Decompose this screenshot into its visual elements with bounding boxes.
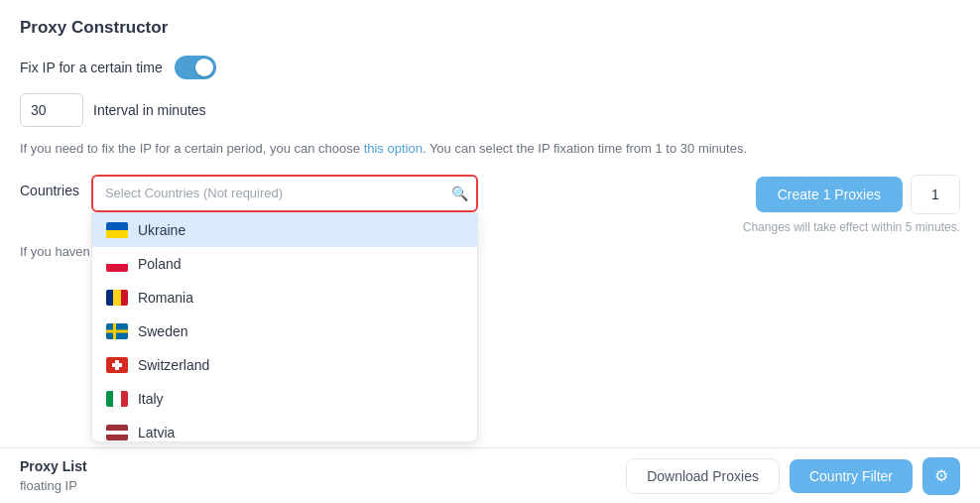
- country-name: Poland: [138, 256, 182, 272]
- page-title: Proxy Constructor: [20, 18, 960, 38]
- flag-ro: [106, 290, 128, 306]
- fix-ip-toggle[interactable]: [175, 56, 216, 79]
- list-item[interactable]: Poland: [92, 247, 477, 281]
- proxy-list-label: Proxy List: [20, 458, 87, 474]
- list-item[interactable]: Sweden: [92, 314, 477, 348]
- flag-it: [106, 391, 128, 407]
- country-dropdown: Ukraine Poland Romania Sweden: [91, 212, 478, 442]
- bottom-right: Download Proxies Country Filter ⚙: [626, 457, 960, 495]
- floating-ip-label: floating IP: [20, 478, 87, 493]
- list-item[interactable]: Ukraine: [92, 213, 477, 247]
- country-name: Switzerland: [138, 357, 209, 373]
- country-name: Romania: [138, 290, 193, 306]
- toggle-row: Fix IP for a certain time: [20, 56, 960, 79]
- list-item[interactable]: Latvia: [92, 416, 477, 441]
- country-search-input[interactable]: [91, 175, 478, 212]
- country-name: Sweden: [138, 323, 188, 339]
- download-proxies-button[interactable]: Download Proxies: [626, 458, 780, 494]
- settings-button[interactable]: ⚙: [922, 457, 960, 495]
- create-proxies-panel: Create 1 Proxies Changes will take effec…: [743, 175, 960, 234]
- this-option-link[interactable]: this option: [364, 141, 423, 156]
- flag-pl: [106, 256, 128, 272]
- interval-label: Interval in minutes: [93, 102, 206, 118]
- flag-lv: [106, 425, 128, 440]
- bottom-bar: Proxy List floating IP Download Proxies …: [0, 447, 980, 503]
- main-container: Proxy Constructor Fix IP for a certain t…: [0, 0, 980, 259]
- create-row: Create 1 Proxies: [756, 175, 960, 214]
- proxy-qty-input[interactable]: [911, 175, 960, 214]
- country-name: Ukraine: [138, 222, 185, 238]
- list-item[interactable]: Italy: [92, 382, 477, 416]
- settings-icon: ⚙: [934, 466, 948, 485]
- create-proxies-button[interactable]: Create 1 Proxies: [756, 177, 903, 212]
- flag-ua: [106, 222, 128, 238]
- country-name: Latvia: [138, 425, 175, 440]
- interval-row: Interval in minutes: [20, 93, 960, 127]
- country-name: Italy: [138, 391, 164, 407]
- country-select-wrapper: 🔍 Ukraine Poland Romania: [91, 175, 478, 212]
- countries-label: Countries: [20, 175, 79, 198]
- countries-row: Countries 🔍 Ukraine Poland Roman: [20, 175, 960, 234]
- info-text: If you need to fix the IP for a certain …: [20, 139, 960, 159]
- effect-note: Changes will take effect within 5 minute…: [743, 220, 960, 234]
- bottom-left: Proxy List floating IP: [20, 458, 87, 493]
- flag-ch: [106, 357, 128, 373]
- flag-se: [106, 323, 128, 339]
- interval-input[interactable]: [20, 93, 83, 127]
- dropdown-inner: Ukraine Poland Romania Sweden: [92, 213, 477, 441]
- list-item[interactable]: Switzerland: [92, 348, 477, 382]
- list-item[interactable]: Romania: [92, 281, 477, 314]
- country-filter-button[interactable]: Country Filter: [790, 459, 913, 493]
- toggle-label: Fix IP for a certain time: [20, 60, 163, 75]
